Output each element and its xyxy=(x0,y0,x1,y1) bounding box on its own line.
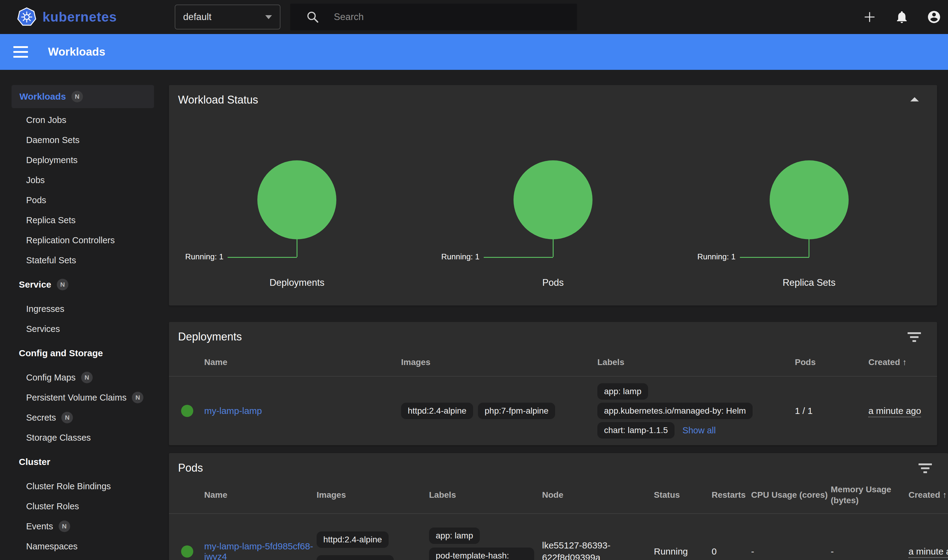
sidebar-item-ingresses[interactable]: Ingresses xyxy=(0,299,158,319)
restarts-cell: 0 xyxy=(712,546,751,557)
pie-annotation: Running: 1 xyxy=(697,252,735,262)
sidebar-item-stateful-sets[interactable]: Stateful Sets xyxy=(0,250,158,270)
sidebar-item-label: Cluster xyxy=(19,457,50,467)
sidebar-item-deployments[interactable]: Deployments xyxy=(0,150,158,170)
workload-chart-pods: Running: 1Pods xyxy=(425,160,681,288)
collapse-arrow-icon[interactable] xyxy=(910,97,919,102)
callout-row: Running: 1 xyxy=(169,257,425,258)
sidebar-item-services[interactable]: Services xyxy=(0,319,158,339)
col-header-restarts[interactable]: Restarts xyxy=(712,490,751,500)
sidebar-item-pods[interactable]: Pods xyxy=(0,190,158,210)
status-ok-dot xyxy=(181,405,193,417)
pie-annotation: Running: 1 xyxy=(441,252,479,262)
label-chip: app: lamp xyxy=(597,383,648,400)
namespaced-badge: N xyxy=(71,91,83,102)
created-ago: a minute ago xyxy=(908,546,948,558)
search-bar[interactable] xyxy=(290,4,577,30)
label-chip: chart: lamp-1.1.5 xyxy=(597,422,675,438)
kubernetes-logo[interactable]: kubernetes xyxy=(17,7,117,27)
images-cell: httpd:2.4-alpinephp:7-fpm-alpine xyxy=(401,403,597,419)
notifications-bell-icon xyxy=(894,9,909,25)
create-resource-button[interactable] xyxy=(862,10,877,24)
col-header-cpu[interactable]: CPU Usage (cores) xyxy=(751,490,831,500)
sidebar-item-service: ServiceN xyxy=(0,270,158,299)
table-row: my-lamp-lamp-5fd985cf68-jwvz4httpd:2.4-a… xyxy=(169,514,948,560)
sidebar-item-jobs[interactable]: Jobs xyxy=(0,170,158,190)
chart-title: Pods xyxy=(543,277,564,288)
sidebar-item-label: Events xyxy=(26,522,53,531)
logo-text: kubernetes xyxy=(43,9,117,25)
workload-status-charts: Running: 1DeploymentsRunning: 1PodsRunni… xyxy=(169,160,937,288)
sidebar-item-storage-classes[interactable]: Storage Classes xyxy=(0,428,158,448)
sidebar-item-label: Config and Storage xyxy=(19,348,103,358)
col-header-name[interactable]: Name xyxy=(204,490,317,500)
pie-annotation: Running: 1 xyxy=(185,252,224,262)
namespaced-badge: N xyxy=(81,372,92,383)
col-header-pods[interactable]: Pods xyxy=(795,357,868,367)
pods-title: Pods xyxy=(169,453,948,475)
status-cell xyxy=(169,545,204,558)
sidebar-item-daemon-sets[interactable]: Daemon Sets xyxy=(0,130,158,150)
sidebar-item-label: Pods xyxy=(26,195,46,205)
col-header-memory[interactable]: Memory Usage (bytes) xyxy=(831,484,908,506)
sidebar-item-cluster-roles[interactable]: Cluster Roles xyxy=(0,496,158,516)
sidebar-item-cluster-role-bindings[interactable]: Cluster Role Bindings xyxy=(0,476,158,496)
notifications-button[interactable] xyxy=(894,10,909,24)
col-header-images[interactable]: Images xyxy=(401,357,597,367)
callout-line-horizontal xyxy=(484,257,553,258)
pods-count-cell: 1 / 1 xyxy=(795,406,868,416)
show-all-link[interactable]: Show all xyxy=(683,425,716,435)
chevron-down-icon xyxy=(265,15,272,19)
sidebar-item-workloads[interactable]: WorkloadsN xyxy=(12,85,154,108)
col-header-labels[interactable]: Labels xyxy=(597,357,795,367)
col-header-created-sorted[interactable]: Created↑ xyxy=(908,490,948,500)
filter-icon[interactable] xyxy=(918,463,932,473)
account-button[interactable] xyxy=(927,10,941,24)
sidebar-item-label: Config Maps xyxy=(26,372,76,383)
deployments-title: Deployments xyxy=(169,322,937,344)
name-cell: my-lamp-lamp xyxy=(204,406,401,416)
sidebar-item-events[interactable]: EventsN xyxy=(0,516,158,536)
sidebar-item-label: Persistent Volume Claims xyxy=(26,393,126,403)
kubernetes-dashboard: kubernetes default xyxy=(0,0,948,560)
status-cell xyxy=(169,405,204,417)
col-header-images[interactable]: Images xyxy=(317,490,429,500)
col-header-created-sorted[interactable]: Created↑ xyxy=(868,357,937,367)
namespace-selector[interactable]: default xyxy=(175,5,281,29)
sidebar-item-persistent-volume-claims[interactable]: Persistent Volume ClaimsN xyxy=(0,388,158,408)
label-chip: app.kubernetes.io/managed-by: Helm xyxy=(597,403,753,419)
labels-last-row: chart: lamp-1.1.5Show all xyxy=(597,422,716,438)
col-header-labels[interactable]: Labels xyxy=(429,490,542,500)
sidebar-item-replica-sets[interactable]: Replica Sets xyxy=(0,210,158,230)
namespace-value: default xyxy=(183,12,211,23)
labels-cell: app: lampapp.kubernetes.io/managed-by: H… xyxy=(597,383,795,438)
topbar-actions xyxy=(862,10,941,24)
col-header-node[interactable]: Node xyxy=(542,490,654,500)
deployment-link[interactable]: my-lamp-lamp xyxy=(204,406,270,416)
sidebar-item-network-policies[interactable]: Network PoliciesN xyxy=(0,556,158,560)
main-content: Workload Status Running: 1DeploymentsRun… xyxy=(158,70,948,560)
pie-chart-pods xyxy=(513,160,592,239)
col-header-name[interactable]: Name xyxy=(204,357,401,367)
pod-link[interactable]: my-lamp-lamp-5fd985cf68-jwvz4 xyxy=(204,541,313,560)
sidebar-item-namespaces[interactable]: Namespaces xyxy=(0,536,158,556)
namespaced-badge: N xyxy=(62,412,73,423)
cpu-usage-cell: - xyxy=(751,546,831,557)
menu-hamburger-icon[interactable] xyxy=(13,46,28,58)
sidebar-item-cron-jobs[interactable]: Cron Jobs xyxy=(0,110,158,130)
sidebar-item-label: Cron Jobs xyxy=(26,115,66,125)
col-header-status[interactable]: Status xyxy=(654,490,712,500)
deployments-table-body: my-lamp-lamphttpd:2.4-alpinephp:7-fpm-al… xyxy=(169,377,937,445)
filter-icon[interactable] xyxy=(907,332,921,342)
sidebar-item-secrets[interactable]: SecretsN xyxy=(0,408,158,428)
sidebar-item-config-maps[interactable]: Config MapsN xyxy=(0,368,158,388)
created-cell: a minute ago xyxy=(908,546,948,557)
sidebar-item-label: Daemon Sets xyxy=(26,135,80,145)
sidebar-item-label: Storage Classes xyxy=(26,433,91,443)
sidebar-item-replication-controllers[interactable]: Replication Controllers xyxy=(0,230,158,250)
label-chip: php:7-fpm-alpine xyxy=(478,403,555,419)
search-input[interactable] xyxy=(333,11,547,23)
labels-cell: app: lamppod-template-hash: 5fd985cf68 xyxy=(429,528,542,560)
namespaced-badge: N xyxy=(132,392,143,403)
sidebar-item-label: Deployments xyxy=(26,155,77,165)
